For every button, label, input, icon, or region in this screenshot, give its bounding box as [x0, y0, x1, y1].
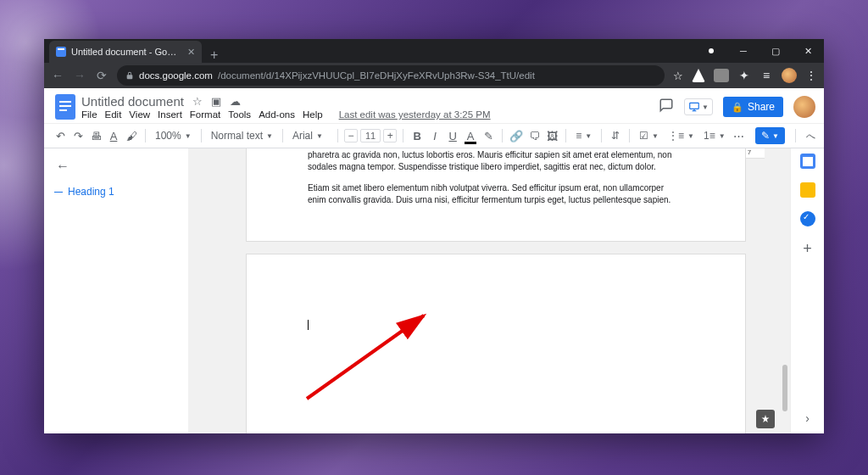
url-path: /document/d/14XPijxzVHUUCpl_BI7eDHjXyFeX…	[218, 70, 535, 81]
profile-avatar[interactable]	[782, 68, 797, 83]
underline-icon[interactable]: U	[445, 130, 460, 142]
keep-icon[interactable]	[800, 182, 815, 198]
docs-logo-icon[interactable]	[53, 91, 78, 123]
checklist-icon[interactable]: ☑▼	[636, 130, 662, 142]
work-area: ← Heading 1 1 2 3 4 5 6 7	[44, 148, 824, 433]
menu-view[interactable]: View	[129, 109, 150, 120]
star-icon[interactable]: ☆	[192, 95, 203, 108]
line-spacing-icon[interactable]: ⇵	[608, 130, 623, 142]
scrollbar-thumb[interactable]	[782, 365, 787, 411]
document-page-2[interactable]	[246, 254, 746, 433]
outline-item-label: Heading 1	[68, 186, 114, 198]
menu-edit[interactable]: Edit	[105, 109, 122, 120]
menu-insert[interactable]: Insert	[158, 109, 182, 120]
text-color-icon[interactable]: A	[463, 130, 478, 142]
print-icon[interactable]: 🖶	[88, 130, 103, 142]
docs-favicon-icon	[56, 47, 66, 57]
zoom-select[interactable]: 100%▼	[152, 130, 195, 142]
outline-item[interactable]: Heading 1	[54, 186, 178, 198]
svg-rect-3	[59, 109, 67, 111]
numbered-list-icon[interactable]: 1≡▼	[700, 130, 729, 142]
style-select[interactable]: Normal text▼	[208, 130, 276, 142]
vertical-scrollbar[interactable]	[781, 148, 789, 433]
align-select[interactable]: ≡▼	[572, 130, 595, 142]
highlight-icon[interactable]: ✎	[481, 130, 496, 142]
bulleted-list-icon[interactable]: ⋮≡▼	[665, 130, 698, 142]
editing-mode-button[interactable]: ✎▼	[755, 127, 785, 144]
svg-rect-4	[690, 103, 699, 109]
minimize-button[interactable]: ─	[727, 39, 760, 63]
docs-header: Untitled document ☆ ▣ ☁ File Edit View I…	[44, 88, 824, 123]
italic-icon[interactable]: I	[427, 130, 442, 142]
browser-tab[interactable]: Untitled document - Google Doc ✕	[49, 41, 202, 63]
paragraph[interactable]: Etiam sit amet libero elementum nibh vol…	[308, 182, 684, 205]
menu-help[interactable]: Help	[303, 109, 323, 120]
extension-icon[interactable]	[714, 69, 729, 82]
insert-link-icon[interactable]: 🔗	[509, 130, 524, 142]
menu-tools[interactable]: Tools	[228, 109, 251, 120]
spellcheck-icon[interactable]: A	[106, 130, 121, 142]
move-icon[interactable]: ▣	[211, 95, 221, 108]
paint-format-icon[interactable]: 🖌	[124, 130, 139, 142]
browser-titlebar: Untitled document - Google Doc ✕ + ─ ▢ ✕	[44, 39, 824, 63]
close-tab-icon[interactable]: ✕	[187, 47, 195, 58]
outline-back-icon[interactable]: ←	[56, 159, 70, 174]
menu-file[interactable]: File	[81, 109, 97, 120]
tasks-icon[interactable]	[800, 211, 815, 226]
reading-list-icon[interactable]: ≡	[760, 69, 773, 82]
outline-pane: ← Heading 1	[44, 148, 188, 433]
redo-icon[interactable]: ↷	[70, 130, 86, 142]
chrome-window: Untitled document - Google Doc ✕ + ─ ▢ ✕…	[44, 39, 824, 433]
tab-title: Untitled document - Google Doc	[71, 47, 179, 57]
hide-menus-icon[interactable]: へ	[806, 130, 815, 142]
font-size-input[interactable]: 11	[360, 129, 381, 142]
back-button[interactable]: ←	[51, 69, 64, 82]
present-button[interactable]: ▼	[684, 98, 713, 115]
document-title[interactable]: Untitled document	[81, 94, 184, 109]
collapse-panel-icon[interactable]: ›	[805, 411, 810, 425]
add-addon-icon[interactable]: +	[803, 240, 812, 258]
chrome-account-icon[interactable]	[695, 39, 727, 63]
menu-addons[interactable]: Add-ons	[259, 109, 295, 120]
bold-icon[interactable]: B	[409, 130, 425, 142]
undo-icon[interactable]: ↶	[53, 130, 68, 142]
font-select[interactable]: Arial▼	[289, 130, 331, 142]
insert-comment-icon[interactable]: 🗨	[526, 130, 542, 142]
menu-format[interactable]: Format	[190, 109, 220, 120]
address-bar: ← → ⟳ docs.google.com/document/d/14XPijx…	[44, 63, 824, 88]
svg-rect-2	[59, 105, 71, 107]
chrome-menu-icon[interactable]: ⋮	[805, 69, 817, 82]
share-button[interactable]: 🔒Share	[723, 97, 783, 117]
decrease-font-button[interactable]: −	[344, 129, 358, 142]
account-avatar[interactable]	[793, 96, 815, 118]
lock-icon	[125, 71, 134, 80]
cloud-status-icon[interactable]: ☁	[230, 95, 241, 108]
calendar-icon[interactable]	[800, 154, 815, 169]
last-edit-link[interactable]: Last edit was yesterday at 3:25 PM	[339, 109, 491, 120]
share-label: Share	[748, 101, 775, 113]
extensions-puzzle-icon[interactable]: ✦	[737, 69, 751, 82]
paragraph[interactable]: pharetra ac gravida non, luctus lobortis…	[308, 149, 684, 172]
maximize-button[interactable]: ▢	[760, 39, 792, 63]
extensions: ✦ ≡ ⋮	[692, 68, 817, 83]
side-panel: + ›	[790, 148, 824, 433]
document-page-1[interactable]: pharetra ac gravida non, luctus lobortis…	[246, 148, 746, 242]
svg-rect-1	[59, 101, 71, 103]
bookmark-star-icon[interactable]: ☆	[673, 70, 683, 82]
explore-button[interactable]	[756, 410, 775, 428]
new-tab-button[interactable]: +	[202, 48, 226, 63]
tabstrip: Untitled document - Google Doc ✕ +	[44, 39, 695, 63]
more-icon[interactable]: ⋯	[732, 130, 747, 142]
reload-button[interactable]: ⟳	[95, 69, 108, 82]
forward-button[interactable]: →	[73, 69, 86, 82]
close-window-button[interactable]: ✕	[792, 39, 824, 63]
insert-image-icon[interactable]: 🖼	[544, 130, 559, 142]
increase-font-button[interactable]: +	[383, 129, 397, 142]
outline-marker-icon	[54, 192, 63, 193]
extension-icon[interactable]	[692, 69, 705, 82]
url-field[interactable]: docs.google.com/document/d/14XPijxzVHUUC…	[117, 65, 665, 86]
comments-icon[interactable]	[659, 98, 674, 116]
lock-icon: 🔒	[732, 102, 743, 113]
text-cursor	[308, 320, 309, 330]
page-viewport[interactable]: 1 2 3 4 5 6 7 pharetra ac gravida non, l…	[188, 148, 790, 433]
